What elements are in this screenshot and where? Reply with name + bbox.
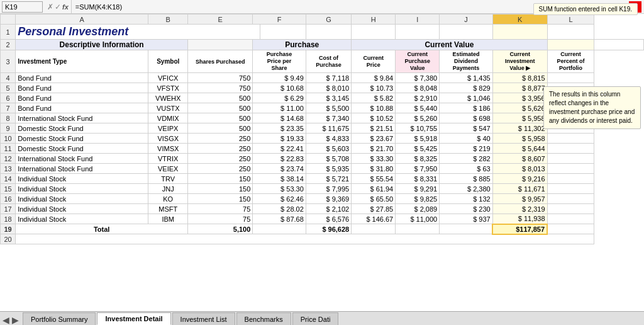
col-estimated-dividend: EstimatedDividendPayments	[440, 50, 492, 73]
row-header-1: 1	[1, 25, 16, 40]
col-current-investment-value: CurrentInvestmentValue ▶	[492, 50, 547, 73]
col-header-b[interactable]: B	[148, 14, 188, 25]
total-cost: $ 96,628	[306, 224, 351, 234]
tab-nav-right[interactable]: ▶	[12, 315, 19, 325]
column-subheader-row: 3 Investment Type Symbol Shares Purchase…	[1, 50, 644, 73]
col-header-k[interactable]: K	[492, 14, 547, 25]
corner-cell	[1, 14, 16, 25]
spreadsheet-title: Personal Investment	[16, 25, 260, 40]
cell-reference-box[interactable]: K19	[2, 1, 43, 13]
formula-icons-area: ✗ ✓ fx	[45, 0, 72, 13]
tab-portfolio-summary[interactable]: Portfolio Summary	[23, 312, 96, 325]
col-symbol: Symbol	[148, 50, 188, 73]
row-header-3: 3	[1, 50, 16, 73]
col-header-j[interactable]: J	[440, 14, 492, 25]
col-shares-purchased: Shares Purchased	[188, 50, 253, 73]
title-row: 1 Personal Investment	[1, 25, 644, 40]
col-header-g[interactable]: G	[306, 14, 351, 25]
col-header-f[interactable]: F	[253, 14, 306, 25]
empty-row-20: 20	[1, 234, 644, 244]
total-investment-value[interactable]: $117,857	[492, 224, 547, 234]
col-current-price: CurrentPrice	[352, 50, 396, 73]
table-row: 12 International Stock Fund VTRIX 250 $ …	[1, 154, 644, 164]
spreadsheet: A B E F G H I J K L 1 Personal Inves	[0, 14, 644, 310]
formula-icon-fx[interactable]: fx	[62, 3, 69, 11]
tab-bar: ◀ ▶ Portfolio Summary Investment Detail …	[0, 311, 644, 325]
table-row: 18 Individual Stock IBM 75 $ 87.68 $ 6,5…	[1, 214, 644, 224]
current-value-header: Current Value	[352, 40, 547, 50]
col-header-e[interactable]: E	[188, 14, 253, 25]
row-header-19: 19	[1, 224, 16, 234]
formula-text: =SUM(K4:K18)	[75, 3, 122, 11]
section-header-row: 2 Descriptive Information Purchase Curre…	[1, 40, 644, 50]
table-row: 13 International Stock Fund VEIEX 250 $ …	[1, 164, 644, 174]
tab-investment-detail[interactable]: Investment Detail	[97, 312, 170, 325]
tab-benchmarks[interactable]: Benchmarks	[236, 312, 291, 325]
table-row: 14 Individual Stock TRV 150 $ 38.14 $ 5,…	[1, 174, 644, 184]
tab-nav-left[interactable]: ◀	[3, 315, 9, 325]
data-table: A B E F G H I J K L 1 Personal Inves	[0, 14, 644, 244]
table-row: 15 Individual Stock JNJ 150 $ 53.30 $ 7,…	[1, 184, 644, 194]
col-current-purchase-value: CurrentPurchaseValue	[396, 50, 440, 73]
col-header-l[interactable]: L	[547, 14, 594, 25]
col-cost-of-purchase: Cost ofPurchase	[306, 50, 351, 73]
cell-ref-value: K19	[5, 3, 18, 11]
table-row: 16 Individual Stock KO 150 $ 62.46 $ 9,3…	[1, 194, 644, 204]
tab-investment-list[interactable]: Investment List	[172, 312, 235, 325]
table-row: 17 Individual Stock MSFT 75 $ 28.02 $ 2,…	[1, 204, 644, 214]
formula-icon-check[interactable]: ✓	[55, 3, 61, 11]
col-header-i[interactable]: I	[396, 14, 440, 25]
purchase-header: Purchase	[253, 40, 352, 50]
formula-icon-x[interactable]: ✗	[47, 3, 53, 11]
table-row: 4 Bond Fund VFICX 750 $ 9.49 $ 7,118 $ 9…	[1, 73, 644, 83]
column-header-row: A B E F G H I J K L	[1, 14, 644, 25]
col-purchase-price-per-share: PurchasePrice perShare	[253, 50, 306, 73]
formula-bar: K19 ✗ ✓ fx =SUM(K4:K18) ◀ SUM function e…	[0, 0, 644, 14]
total-row: 19 Total 5,100 $ 96,628 $117,85	[1, 224, 644, 234]
table-row: 10 Domestic Stock Fund VISGX 250 $ 19.33…	[1, 134, 644, 144]
col-header-h[interactable]: H	[352, 14, 396, 25]
col-investment-type: Investment Type	[16, 50, 148, 73]
total-label: Total	[16, 224, 188, 234]
table-row: 11 Domestic Stock Fund VIMSX 250 $ 22.41…	[1, 144, 644, 154]
tab-price-data[interactable]: Price Dati	[292, 312, 339, 325]
sum-tooltip: SUM function entered in cell K19.	[533, 3, 638, 15]
col-current-percent: CurrentPercent ofPortfolio	[547, 50, 594, 73]
row-header-2: 2	[1, 40, 16, 50]
total-shares: 5,100	[188, 224, 253, 234]
k-column-callout: The results in this column reflect chang…	[543, 86, 641, 129]
col-header-a[interactable]: A	[16, 14, 148, 25]
descriptive-header: Descriptive Information	[16, 40, 188, 50]
